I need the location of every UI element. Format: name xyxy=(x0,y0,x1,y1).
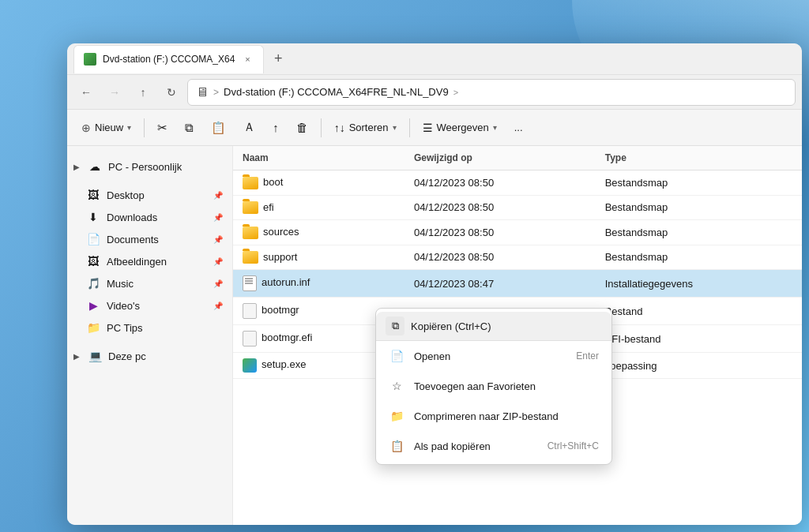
table-row[interactable]: efi 04/12/2023 08:50 Bestandsmap xyxy=(233,195,802,220)
sidebar-documents-pin: 📌 xyxy=(213,235,223,244)
sidebar-pc-label: PC - Persoonlijk xyxy=(108,161,182,173)
sidebar-music-label: Music xyxy=(107,278,134,290)
context-zip-icon: 📁 xyxy=(389,408,404,424)
copy-icon: ⧉ xyxy=(185,121,194,135)
toolbar-separator-2 xyxy=(321,118,322,137)
file-name-cell: boot xyxy=(233,170,404,196)
context-item-favorites[interactable]: ☆ Toevoegen aan Favorieten xyxy=(376,371,611,401)
sidebar-images-label: Afbeeldingen xyxy=(107,256,167,268)
rename-button[interactable]: Ａ xyxy=(235,116,263,139)
view-chevron: ▾ xyxy=(493,123,497,132)
context-copy-path-icon: 📋 xyxy=(389,438,404,454)
toolbar-separator-3 xyxy=(409,118,410,137)
file-name: support xyxy=(263,251,297,263)
table-row[interactable]: boot 04/12/2023 08:50 Bestandsmap xyxy=(233,170,802,196)
more-button[interactable]: ... xyxy=(506,118,531,137)
context-open-shortcut: Enter xyxy=(576,350,599,362)
back-button[interactable]: ← xyxy=(73,80,99,105)
context-item-copy-path[interactable]: 📋 Als pad kopiëren Ctrl+Shift+C xyxy=(376,431,611,461)
address-bar[interactable]: 🖥 > Dvd-station (F:) CCCOMA_X64FRE_NL-NL… xyxy=(187,79,796,106)
table-row[interactable]: sources 04/12/2023 08:50 Bestandsmap xyxy=(233,220,802,245)
sidebar-item-deze-pc[interactable]: ▶ 💻 Deze pc xyxy=(67,345,232,367)
sidebar-videos-label: Video's xyxy=(107,300,140,312)
new-button[interactable]: ⊕ Nieuw ▾ xyxy=(73,118,139,138)
sidebar-item-documents[interactable]: 📄 Documents 📌 xyxy=(67,228,232,250)
forward-button[interactable]: → xyxy=(102,80,127,105)
context-copy-path-label: Als pad kopiëren xyxy=(414,440,538,452)
cut-button[interactable]: ✂ xyxy=(149,117,175,139)
address-chevron: > xyxy=(453,88,458,97)
new-label: Nieuw xyxy=(95,122,123,133)
file-type-cell: Toepassing xyxy=(596,353,802,379)
sidebar-music-icon: 🎵 xyxy=(86,276,100,290)
file-name-cell: autorun.inf xyxy=(233,270,404,298)
context-item-open[interactable]: 📄 Openen Enter xyxy=(376,341,611,371)
paste-button[interactable]: 📋 xyxy=(203,117,234,139)
sidebar-item-downloads[interactable]: ⬇ Downloads 📌 xyxy=(67,206,232,228)
file-modified-cell: 04/12/2023 08:50 xyxy=(404,245,596,270)
sidebar-item-images[interactable]: 🖼 Afbeeldingen 📌 xyxy=(67,250,232,272)
sidebar-videos-icon: ▶ xyxy=(86,298,100,313)
up-button[interactable]: ↑ xyxy=(130,80,156,105)
file-name: setup.exe xyxy=(262,359,306,371)
sidebar-desktop-pin: 📌 xyxy=(213,191,223,200)
sidebar-item-music[interactable]: 🎵 Music 📌 xyxy=(67,272,232,294)
table-row[interactable]: autorun.inf 04/12/2023 08:47 Installatie… xyxy=(233,270,802,298)
new-tab-button[interactable]: + xyxy=(267,48,289,70)
rename-icon: Ａ xyxy=(243,120,255,135)
sidebar-documents-label: Documents xyxy=(107,234,159,245)
file-type-cell: EFI-bestand xyxy=(596,325,802,353)
sidebar-item-pctips[interactable]: 📁 PC Tips xyxy=(67,317,232,339)
more-label: ... xyxy=(514,122,523,133)
sidebar-desktop-icon: 🖼 xyxy=(86,188,100,202)
folder-icon xyxy=(243,177,258,189)
context-open-icon: 📄 xyxy=(389,348,404,364)
col-modified[interactable]: Gewijzigd op xyxy=(404,146,596,170)
col-name[interactable]: Naam xyxy=(233,146,404,170)
sidebar-item-pc[interactable]: ▶ ☁ PC - Persoonlijk xyxy=(67,155,232,178)
sort-label: Sorteren xyxy=(349,122,389,133)
sidebar-music-pin: 📌 xyxy=(213,279,223,288)
sort-button[interactable]: ↑↓ Sorteren ▾ xyxy=(326,118,404,138)
delete-button[interactable]: 🗑 xyxy=(288,117,316,138)
context-copy-path-shortcut: Ctrl+Shift+C xyxy=(547,440,599,451)
nav-bar: ← → ↑ ↻ 🖥 > Dvd-station (F:) CCCOMA_X64F… xyxy=(67,75,802,110)
sidebar-images-pin: 📌 xyxy=(213,257,223,266)
context-header-label: Kopiëren (Ctrl+C) xyxy=(411,320,491,332)
sidebar: ▶ ☁ PC - Persoonlijk 🖼 Desktop 📌 ⬇ Downl… xyxy=(67,146,233,525)
sidebar-deze-pc-icon: 💻 xyxy=(88,349,102,363)
copy-button[interactable]: ⧉ xyxy=(177,117,201,139)
file-modified-cell: 04/12/2023 08:50 xyxy=(404,170,596,196)
table-row[interactable]: support 04/12/2023 08:50 Bestandsmap xyxy=(233,245,802,270)
sidebar-item-videos[interactable]: ▶ Video's 📌 xyxy=(67,294,232,317)
sidebar-pctips-label: PC Tips xyxy=(107,322,143,334)
sidebar-downloads-label: Downloads xyxy=(107,212,157,223)
sort-icon: ↑↓ xyxy=(334,122,345,134)
sidebar-deze-pc-label: Deze pc xyxy=(108,350,146,362)
address-sep: > xyxy=(213,87,219,98)
file-icon xyxy=(243,331,257,347)
refresh-button[interactable]: ↻ xyxy=(159,80,184,105)
context-item-zip[interactable]: 📁 Comprimeren naar ZIP-bestand xyxy=(376,401,611,431)
context-open-label: Openen xyxy=(414,350,566,362)
active-tab[interactable]: Dvd-station (F:) CCCOMA_X64 × xyxy=(73,45,264,73)
folder-icon xyxy=(243,201,258,214)
view-button[interactable]: ☰ Weergeven ▾ xyxy=(415,118,505,138)
file-name: bootmgr.efi xyxy=(262,332,312,344)
sidebar-images-icon: 🖼 xyxy=(86,254,100,268)
file-name-cell: efi xyxy=(233,195,404,220)
sidebar-item-desktop[interactable]: 🖼 Desktop 📌 xyxy=(67,184,232,206)
share-button[interactable]: ↑ xyxy=(265,117,287,138)
file-type-cell: Bestandsmap xyxy=(596,170,802,196)
title-bar: Dvd-station (F:) CCCOMA_X64 × + xyxy=(67,43,802,75)
toolbar: ⊕ Nieuw ▾ ✂ ⧉ 📋 Ａ ↑ 🗑 ↑↓ Sorteren ▾ xyxy=(67,110,802,146)
file-doc-icon xyxy=(243,275,257,291)
file-type-cell: Bestand xyxy=(596,298,802,325)
tab-close-button[interactable]: × xyxy=(241,53,254,66)
folder-icon xyxy=(243,251,258,264)
paste-icon: 📋 xyxy=(211,121,226,135)
view-label: Weergeven xyxy=(437,122,489,133)
sidebar-desktop-label: Desktop xyxy=(107,189,145,201)
context-zip-label: Comprimeren naar ZIP-bestand xyxy=(414,410,589,422)
col-type[interactable]: Type xyxy=(596,146,802,170)
